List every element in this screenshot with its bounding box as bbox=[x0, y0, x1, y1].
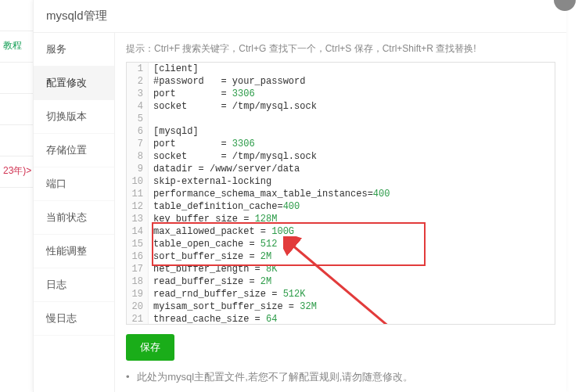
line-number: 3 bbox=[127, 88, 149, 100]
code-content: socket = /tmp/mysql.sock bbox=[149, 100, 317, 113]
line-number: 1 bbox=[127, 63, 149, 75]
code-line[interactable]: 7port = 3306 bbox=[127, 138, 555, 150]
code-line[interactable]: 4socket = /tmp/mysql.sock bbox=[127, 100, 555, 113]
code-content: [client] bbox=[149, 63, 199, 75]
line-number: 16 bbox=[127, 250, 149, 263]
line-number: 21 bbox=[127, 313, 149, 325]
line-number: 2 bbox=[127, 75, 149, 88]
code-line[interactable]: 12table_definition_cache=400 bbox=[127, 200, 555, 213]
line-number: 4 bbox=[127, 100, 149, 113]
line-number: 9 bbox=[127, 163, 149, 175]
code-line[interactable]: 10skip-external-locking bbox=[127, 175, 555, 188]
code-content: [mysqld] bbox=[149, 125, 199, 138]
sidebar-item-0[interactable]: 服务 bbox=[34, 33, 114, 67]
line-number: 14 bbox=[127, 225, 149, 238]
code-content: #password = your_password bbox=[149, 75, 305, 88]
code-line[interactable]: 16sort_buffer_size = 2M bbox=[127, 250, 555, 263]
code-line[interactable]: 1[client] bbox=[127, 63, 555, 75]
modal-title: mysqld管理 bbox=[34, 0, 566, 33]
code-content: thread_cache_size = 64 bbox=[149, 313, 277, 325]
code-line[interactable]: 2#password = your_password bbox=[127, 75, 555, 88]
line-number: 10 bbox=[127, 175, 149, 188]
save-row: 保存 bbox=[126, 325, 555, 367]
line-number: 5 bbox=[127, 113, 149, 125]
line-number: 18 bbox=[127, 275, 149, 288]
mysqld-modal: mysqld管理 服务配置修改切换版本存储位置端口当前状态性能调整日志慢日志 提… bbox=[33, 0, 566, 392]
line-number: 13 bbox=[127, 213, 149, 225]
code-line[interactable]: 20myisam_sort_buffer_size = 32M bbox=[127, 300, 555, 313]
code-line[interactable]: 14max_allowed_packet = 100G bbox=[127, 225, 555, 238]
code-content bbox=[149, 113, 153, 125]
code-content: table_open_cache = 512 bbox=[149, 238, 277, 250]
line-number: 17 bbox=[127, 263, 149, 275]
code-line[interactable]: 3port = 3306 bbox=[127, 88, 555, 100]
line-number: 11 bbox=[127, 188, 149, 200]
code-line[interactable]: 21thread_cache_size = 64 bbox=[127, 313, 555, 325]
code-line[interactable]: 9datadir = /www/server/data bbox=[127, 163, 555, 175]
main-panel: 提示：Ctrl+F 搜索关键字，Ctrl+G 查找下一个，Ctrl+S 保存，C… bbox=[115, 33, 566, 392]
bg-row bbox=[0, 94, 33, 125]
bg-row bbox=[0, 0, 33, 31]
bullet-icon: • bbox=[126, 371, 130, 383]
code-content: read_rnd_buffer_size = 512K bbox=[149, 288, 305, 300]
line-number: 15 bbox=[127, 238, 149, 250]
background-left: 教程 23年)> bbox=[0, 0, 33, 392]
sidebar-item-8[interactable]: 慢日志 bbox=[34, 302, 114, 336]
code-line[interactable]: 8socket = /tmp/mysql.sock bbox=[127, 150, 555, 163]
hint-text: 提示：Ctrl+F 搜索关键字，Ctrl+G 查找下一个，Ctrl+S 保存，C… bbox=[126, 39, 555, 62]
line-number: 8 bbox=[127, 150, 149, 163]
bg-row: 教程 bbox=[0, 31, 33, 63]
code-content: skip-external-locking bbox=[149, 175, 271, 188]
code-line[interactable]: 11performance_schema_max_table_instances… bbox=[127, 188, 555, 200]
sidebar-item-2[interactable]: 切换版本 bbox=[34, 100, 114, 134]
sidebar-item-3[interactable]: 存储位置 bbox=[34, 134, 114, 167]
code-content: datadir = /www/server/data bbox=[149, 163, 300, 175]
line-number: 7 bbox=[127, 138, 149, 150]
line-number: 12 bbox=[127, 200, 149, 213]
sidebar-item-6[interactable]: 性能调整 bbox=[34, 235, 114, 268]
bg-row: 23年)> bbox=[0, 156, 33, 188]
note-text: 此处为mysql主配置文件,若您不了解配置规则,请勿随意修改。 bbox=[137, 371, 413, 383]
code-content: performance_schema_max_table_instances=4… bbox=[149, 188, 390, 200]
note-row: • 此处为mysql主配置文件,若您不了解配置规则,请勿随意修改。 bbox=[126, 367, 555, 384]
line-number: 20 bbox=[127, 300, 149, 313]
code-content: net_buffer_length = 8K bbox=[149, 263, 277, 275]
code-line[interactable]: 17net_buffer_length = 8K bbox=[127, 263, 555, 275]
code-line[interactable]: 15table_open_cache = 512 bbox=[127, 238, 555, 250]
line-number: 6 bbox=[127, 125, 149, 138]
code-content: read_buffer_size = 2M bbox=[149, 275, 271, 288]
sidebar: 服务配置修改切换版本存储位置端口当前状态性能调整日志慢日志 bbox=[34, 33, 115, 392]
code-content: port = 3306 bbox=[149, 88, 255, 100]
code-line[interactable]: 13key_buffer_size = 128M bbox=[127, 213, 555, 225]
code-editor[interactable]: 1[client]2#password = your_password3port… bbox=[126, 62, 555, 325]
code-content: myisam_sort_buffer_size = 32M bbox=[149, 300, 317, 313]
sidebar-item-4[interactable]: 端口 bbox=[34, 167, 114, 201]
save-button[interactable]: 保存 bbox=[126, 334, 174, 361]
line-number: 19 bbox=[127, 288, 149, 300]
code-line[interactable]: 6[mysqld] bbox=[127, 125, 555, 138]
code-content: table_definition_cache=400 bbox=[149, 200, 300, 213]
code-line[interactable]: 5 bbox=[127, 113, 555, 125]
sidebar-item-1[interactable]: 配置修改 bbox=[34, 67, 114, 100]
code-content: sort_buffer_size = 2M bbox=[149, 250, 271, 263]
sidebar-item-5[interactable]: 当前状态 bbox=[34, 201, 114, 235]
code-content: key_buffer_size = 128M bbox=[149, 213, 277, 225]
code-line[interactable]: 18read_buffer_size = 2M bbox=[127, 275, 555, 288]
code-content: port = 3306 bbox=[149, 138, 255, 150]
code-content: max_allowed_packet = 100G bbox=[149, 225, 294, 238]
code-content: socket = /tmp/mysql.sock bbox=[149, 150, 317, 163]
bg-row bbox=[0, 63, 33, 94]
bg-row bbox=[0, 125, 33, 156]
sidebar-item-7[interactable]: 日志 bbox=[34, 268, 114, 302]
code-line[interactable]: 19read_rnd_buffer_size = 512K bbox=[127, 288, 555, 300]
